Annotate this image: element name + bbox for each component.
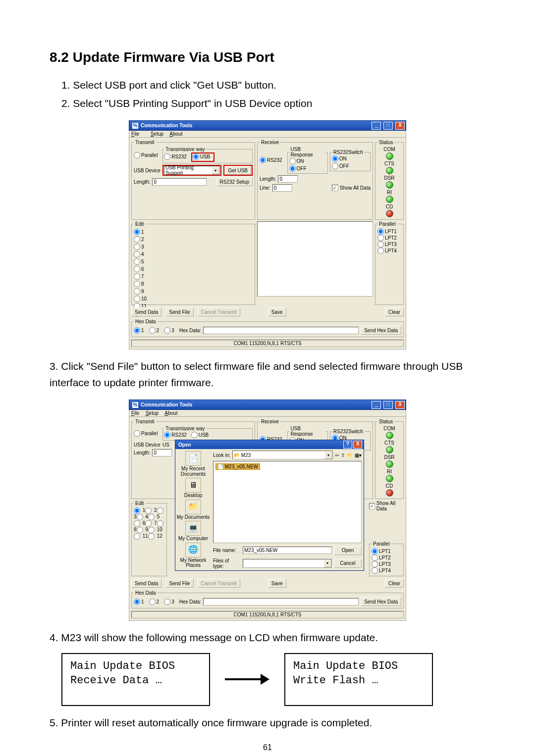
edit-radio-8[interactable]: 8 <box>134 281 253 287</box>
hex-radio-2[interactable]: 2 <box>149 599 160 605</box>
clear-button[interactable]: Clear <box>385 307 404 316</box>
hexdata-input[interactable] <box>203 598 359 605</box>
length-tx-input[interactable] <box>152 449 172 456</box>
edit-radio-3[interactable]: 3 <box>134 244 253 250</box>
step-4: 4. M23 will show the following message o… <box>50 630 485 646</box>
place-my-recent-documents[interactable]: 📄My Recent Documents <box>176 451 210 477</box>
edit-radio-7[interactable]: 7 <box>134 273 253 280</box>
edit-radio-4[interactable]: 4 <box>137 514 148 519</box>
rs232sw-off[interactable]: OFF <box>332 163 349 169</box>
filetype-combo[interactable]: ▾ <box>243 559 332 568</box>
radio-rs232-tx[interactable]: RS232 <box>164 153 187 160</box>
usb-device-combo[interactable]: USB Printing Support▾ <box>164 166 220 175</box>
send-file-button[interactable]: Send File <box>165 579 193 588</box>
send-hex-button[interactable]: Send Hex Data <box>361 597 401 606</box>
edit-radio-4[interactable]: 4 <box>134 251 253 257</box>
help-button[interactable]: ? <box>343 441 352 449</box>
selected-file[interactable]: 📄 M23_v05.NEW <box>215 463 260 470</box>
receive-textarea[interactable] <box>257 221 373 297</box>
edit-radio-1[interactable]: 1 <box>134 507 145 513</box>
file-list[interactable]: 📄 M23_v05.NEW <box>213 461 362 543</box>
transmissive-legend: Transmissive way <box>164 426 206 431</box>
edit-radio-6[interactable]: 6 <box>134 520 145 526</box>
radio-parallel[interactable]: Parallel <box>134 152 158 158</box>
nav-back-icon[interactable]: ⇦ <box>335 453 339 458</box>
usb-resp-off[interactable]: OFF <box>289 165 307 172</box>
send-data-button[interactable]: Send Data <box>131 579 161 588</box>
radio-lpt4[interactable]: LPT4 <box>377 248 398 254</box>
length-tx-input[interactable] <box>152 178 207 186</box>
chevron-down-icon[interactable]: ▾ <box>212 166 219 174</box>
save-button[interactable]: Save <box>268 307 286 316</box>
menu-about[interactable]: About <box>164 410 177 416</box>
hex-radio-3[interactable]: 3 <box>164 327 174 334</box>
place-my-documents[interactable]: 📁My Documents <box>176 500 210 520</box>
radio-lpt1[interactable]: LPT1 <box>377 228 398 235</box>
radio-usb[interactable]: USB <box>193 153 211 160</box>
radio-lpt3[interactable]: LPT3 <box>377 241 398 248</box>
edit-radio-1[interactable]: 1 <box>134 229 253 235</box>
hex-radio-2[interactable]: 2 <box>149 327 160 334</box>
hex-radio-1[interactable]: 1 <box>134 599 144 605</box>
menu-about[interactable]: About <box>169 131 182 137</box>
minimize-button[interactable]: _ <box>372 122 381 130</box>
place-desktop[interactable]: 🖥Desktop <box>176 478 210 499</box>
radio-lpt1[interactable]: LPT1 <box>372 548 398 554</box>
new-folder-icon[interactable]: 📁 <box>347 453 353 458</box>
close-button[interactable]: X <box>395 122 405 130</box>
edit-radio-5[interactable]: 5 <box>134 258 253 265</box>
radio-rs232-tx[interactable]: RS232 <box>164 432 187 438</box>
place-my-computer[interactable]: 💻My Computer <box>176 521 210 542</box>
usb-resp-on[interactable]: ON <box>289 158 304 164</box>
send-file-button[interactable]: Send File <box>165 307 193 316</box>
edit-radio-9[interactable]: 9 <box>137 527 148 532</box>
open-button[interactable]: Open <box>334 546 362 555</box>
edit-radio-9[interactable]: 9 <box>134 288 253 295</box>
send-data-button[interactable]: Send Data <box>131 307 161 316</box>
chevron-down-icon[interactable]: ▾ <box>324 451 332 459</box>
maximize-button[interactable]: □ <box>383 401 393 409</box>
edit-radio-2[interactable]: 2 <box>145 507 157 513</box>
menu-file[interactable]: File <box>131 131 144 137</box>
edit-radio-7[interactable]: 7 <box>145 520 157 526</box>
edit-radio-2[interactable]: 2 <box>134 236 253 243</box>
place-my-network-places[interactable]: 🌐My Network Places <box>176 543 210 568</box>
edit-radio-10[interactable]: 10 <box>134 296 253 302</box>
minimize-button[interactable]: _ <box>372 401 381 409</box>
nav-up-icon[interactable]: ⇧ <box>341 453 345 458</box>
radio-lpt3[interactable]: LPT3 <box>372 561 398 567</box>
menu-file[interactable]: File <box>131 410 139 416</box>
radio-lpt4[interactable]: LPT4 <box>372 567 398 574</box>
rs232sw-on[interactable]: ON <box>332 155 347 162</box>
hex-radio-1[interactable]: 1 <box>134 327 144 334</box>
clear-button[interactable]: Clear <box>385 579 404 588</box>
hex-radio-3[interactable]: 3 <box>164 599 174 605</box>
filename-input[interactable] <box>243 547 332 554</box>
edit-radio-11[interactable]: 11 <box>134 533 148 539</box>
rs232-setup-button[interactable]: RS232 Setup <box>216 177 253 186</box>
edit-radio-6[interactable]: 6 <box>134 266 253 272</box>
menu-setup[interactable]: Setup <box>151 131 163 137</box>
dialog-cancel-button[interactable]: Cancel <box>334 559 362 568</box>
hexdata-input[interactable] <box>203 327 359 334</box>
radio-rs232-rx[interactable]: RS232 <box>260 157 282 163</box>
dialog-close-button[interactable]: X <box>353 441 362 449</box>
view-menu-icon[interactable]: ▦▾ <box>355 453 362 458</box>
save-button[interactable]: Save <box>268 579 286 588</box>
chevron-down-icon[interactable]: ▾ <box>323 559 331 567</box>
menu-setup[interactable]: Setup <box>146 410 159 416</box>
show-all-data-check[interactable]: ✓Show All Data <box>369 501 404 511</box>
show-all-data-check[interactable]: ✓Show All Data <box>332 185 371 191</box>
edit-radio-10[interactable]: 10 <box>148 527 162 532</box>
lookin-combo[interactable]: 📂 M23▾ <box>232 451 333 459</box>
edit-radio-12[interactable]: 12 <box>148 533 162 539</box>
close-button[interactable]: X <box>395 401 405 409</box>
get-usb-button[interactable]: Get USB <box>225 166 251 175</box>
maximize-button[interactable]: □ <box>383 122 393 130</box>
radio-parallel[interactable]: Parallel <box>134 430 158 437</box>
edit-radio-5[interactable]: 5 <box>148 514 160 519</box>
send-hex-button[interactable]: Send Hex Data <box>361 326 401 335</box>
radio-usb[interactable]: USB <box>191 432 209 438</box>
radio-lpt2[interactable]: LPT2 <box>377 235 398 241</box>
radio-lpt2[interactable]: LPT2 <box>372 554 398 561</box>
